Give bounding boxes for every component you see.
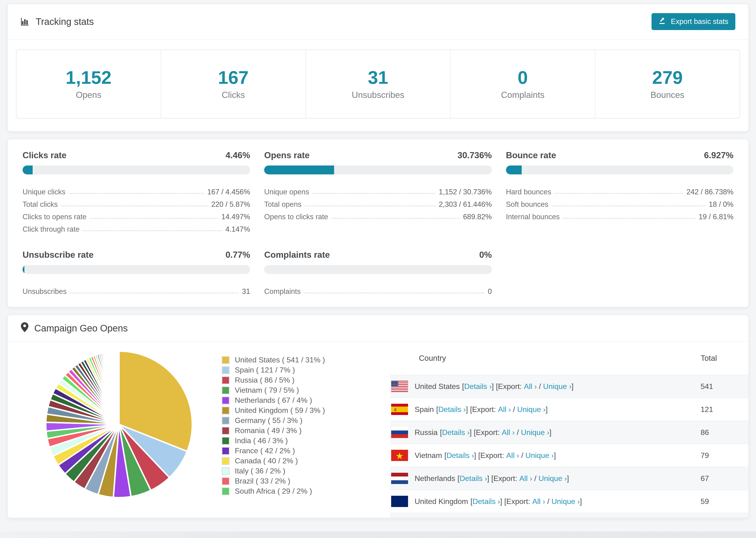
dotted-leader (83, 230, 222, 231)
rate-title: Complaints rate (264, 250, 330, 260)
legend-item: United Kingdom ( 59 / 3% ) (222, 405, 325, 415)
rate-value: 30.736% (458, 150, 492, 160)
legend-item: Canada ( 40 / 2% ) (222, 456, 325, 466)
metric-label: Complaints (264, 287, 300, 296)
metric-value: 167 / 4.456% (207, 188, 250, 196)
bracket: [ (445, 451, 447, 460)
export-unique-link[interactable]: Unique › (517, 405, 546, 414)
metric-value: 19 / 6.81% (699, 213, 733, 221)
rate-head: Unsubscribe rate0.77% (23, 250, 250, 260)
export-all-link[interactable]: All › (524, 382, 537, 391)
rate-progress-bar (23, 265, 250, 274)
metric-value: 4.147% (225, 225, 250, 234)
stat-label: Clicks (222, 90, 245, 100)
rate-title: Bounce rate (506, 150, 556, 160)
export-unique-link[interactable]: Unique › (552, 497, 580, 506)
flag-nl-icon (391, 473, 408, 484)
rate-metric-row: Click through rate4.147% (23, 221, 250, 234)
legend-item: South Africa ( 29 / 2% ) (222, 486, 325, 496)
rates-card: Clicks rate4.46%Unique clicks167 / 4.456… (7, 139, 749, 307)
legend-item: Germany ( 55 / 3% ) (222, 415, 325, 426)
metric-label: Opens to clicks rate (264, 213, 328, 221)
flag-ru-icon (391, 427, 408, 438)
rate-progress-bar (23, 166, 250, 174)
bracket: [ (470, 497, 473, 506)
slash: / (532, 474, 539, 483)
metric-label: Clicks to opens rate (23, 213, 86, 221)
bar-chart-icon (21, 17, 30, 26)
legend-label: Brazil ( 33 / 2% ) (235, 477, 291, 485)
pie-slice-other-44[interactable] (119, 351, 119, 424)
details-link[interactable]: Details › (438, 405, 466, 414)
rate-title: Opens rate (264, 150, 309, 160)
export-all-link[interactable]: All › (519, 474, 532, 483)
rate-progress-fill (23, 166, 33, 174)
export-unique-link[interactable]: Unique › (539, 474, 567, 483)
bracket: ] [Export: (487, 474, 519, 483)
export-unique-link[interactable]: Unique › (521, 428, 549, 437)
rate-metric-row: Unique clicks167 / 4.456% (23, 184, 250, 196)
metric-label: Soft bounces (506, 200, 549, 209)
slash: / (519, 451, 525, 460)
export-basic-stats-button[interactable]: Export basic stats (652, 13, 735, 30)
rate-head: Opens rate30.736% (264, 150, 492, 160)
rate-head: Bounce rate6.927% (506, 150, 733, 160)
export-unique-link[interactable]: Unique › (525, 451, 554, 460)
legend-label: Germany ( 55 / 3% ) (235, 416, 302, 425)
tracking-stats-header: Tracking stats Export basic stats (8, 4, 748, 40)
stat-label: Bounces (651, 90, 684, 100)
metric-value: 18 / 0% (709, 200, 733, 209)
details-link[interactable]: Details › (464, 382, 492, 391)
export-all-link[interactable]: All › (506, 451, 519, 460)
export-all-link[interactable]: All › (498, 405, 511, 414)
dotted-leader (563, 218, 695, 219)
dotted-leader (552, 205, 706, 206)
metric-value: 220 / 5.87% (211, 200, 250, 209)
rate-metric-row: Complaints0 (264, 283, 492, 296)
details-link[interactable]: Details › (447, 451, 474, 460)
table-row-de: Germany[Details ›] [Export: All › / Uniq… (390, 512, 749, 518)
country-name: Russia (415, 428, 438, 437)
legend-swatch (222, 356, 230, 364)
legend-swatch (222, 477, 230, 485)
bracket: [ (436, 405, 438, 414)
stat-value: 0 (518, 68, 528, 87)
geo-opens-table: CountryTotalUnited States[Details ›] [Ex… (390, 342, 749, 518)
export-all-link[interactable]: All › (532, 497, 545, 506)
table-row-nl: Netherlands[Details ›] [Export: All › / … (390, 467, 749, 490)
rate-metric-row: Clicks to opens rate14.497% (23, 209, 250, 221)
legend-swatch (222, 366, 230, 374)
bracket: ] (554, 451, 556, 460)
legend-swatch (222, 406, 230, 414)
legend-item: Spain ( 121 / 7% ) (222, 365, 325, 375)
stat-value: 31 (368, 68, 388, 87)
metric-value: 689.82% (463, 213, 492, 221)
legend-swatch (222, 417, 230, 425)
dotted-leader (304, 293, 484, 294)
country-name: Spain (415, 405, 434, 414)
export-unique-link[interactable]: Unique › (543, 382, 571, 391)
geo-opens-card: Campaign Geo Opens United States ( 541 /… (7, 314, 749, 518)
geo-opens-title: Campaign Geo Opens (34, 323, 128, 334)
legend-label: Spain ( 121 / 7% ) (235, 366, 295, 374)
details-link[interactable]: Details › (459, 474, 487, 483)
rate-block-unsubscribe-rate: Unsubscribe rate0.77%Unsubscribes31 (23, 250, 250, 296)
table-row-gb: United Kingdom[Details ›] [Export: All ›… (390, 490, 749, 512)
export-button-label: Export basic stats (671, 17, 728, 26)
stat-box-opens: 1,152Opens (17, 50, 161, 118)
legend-swatch (222, 487, 230, 495)
table-row-ru: Russia[Details ›] [Export: All › / Uniqu… (390, 421, 749, 444)
tracking-stats-card: Tracking stats Export basic stats 1,152O… (7, 4, 749, 132)
bracket: [ (440, 428, 442, 437)
export-all-link[interactable]: All › (502, 428, 514, 437)
details-link[interactable]: Details › (473, 497, 500, 506)
legend-label: Canada ( 40 / 2% ) (235, 457, 298, 465)
legend-label: United Kingdom ( 59 / 3% ) (235, 406, 325, 415)
dotted-leader (90, 218, 218, 219)
rate-value: 4.46% (225, 150, 250, 160)
country-cell: United Kingdom[Details ›] [Export: All ›… (390, 496, 701, 507)
details-link[interactable]: Details › (442, 428, 469, 437)
rate-metric-row: Hard bounces242 / 86.738% (506, 184, 733, 196)
legend-swatch (222, 457, 230, 465)
bracket: ] [Export: (492, 382, 524, 391)
